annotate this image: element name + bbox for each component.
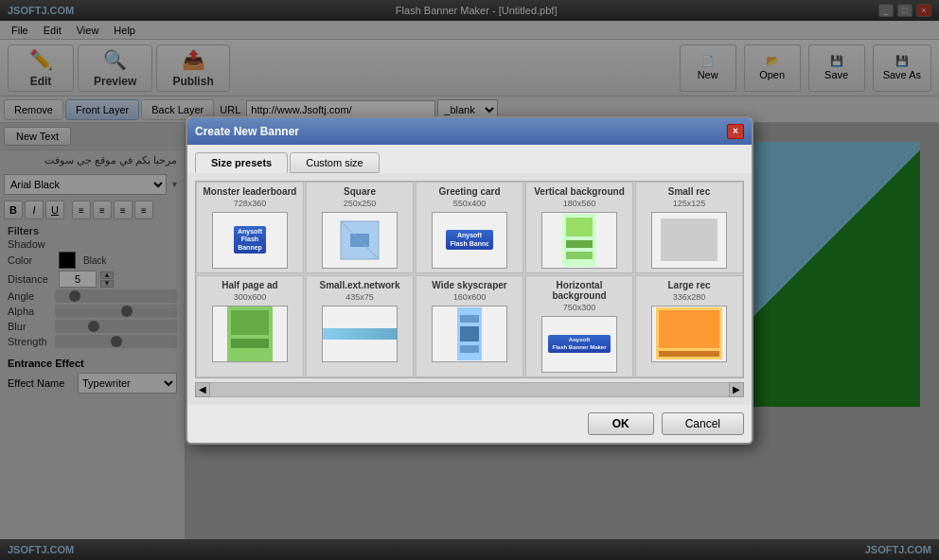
presets-grid: Monster leaderboard728x360AnysoftFlashBa…: [195, 181, 744, 378]
preset-name: Small.ext.network: [310, 280, 409, 290]
preset-item[interactable]: Small rec125x125: [635, 182, 743, 273]
preset-name: Small rec: [640, 186, 738, 197]
modal-content: Monster leaderboard728x360AnysoftFlashBa…: [187, 173, 752, 405]
create-banner-modal: Create New Banner × Size presets Custom …: [186, 116, 753, 445]
preset-thumb: [212, 306, 288, 362]
preset-thumb: [651, 306, 727, 362]
preset-item[interactable]: Monster leaderboard728x360AnysoftFlashBa…: [196, 182, 304, 273]
modal-tabs: Size presets Custom size: [187, 145, 752, 173]
preset-name: Vertical background: [530, 186, 629, 197]
preset-item[interactable]: Square250x250: [306, 182, 414, 273]
preset-dim: 336x280: [673, 292, 706, 302]
preset-dim: 728x360: [234, 199, 267, 208]
preset-dim: 750x300: [563, 303, 596, 312]
svg-rect-8: [231, 310, 269, 335]
preset-thumb: [322, 306, 398, 362]
preset-item[interactable]: Greeting card550x400AnysoftFlash Bannε: [416, 182, 523, 273]
preset-dim: 180x560: [563, 199, 596, 208]
modal-footer: OK Cancel: [187, 405, 752, 443]
scrollbar: ◀ ▶: [195, 382, 744, 397]
preset-item[interactable]: Vertical background180x560: [525, 182, 633, 273]
preset-thumb: AnysoftFlash Bannε: [432, 212, 507, 269]
modal-close-button[interactable]: ×: [727, 124, 744, 139]
preset-thumb: [322, 212, 398, 269]
preset-thumb: AnysoftFlashBannep: [212, 212, 288, 269]
preset-name: Wide skyscraper: [420, 280, 519, 290]
preset-dim: 550x400: [453, 199, 487, 208]
svg-rect-11: [460, 315, 479, 323]
preset-name: Monster leaderboard: [201, 186, 299, 197]
svg-rect-13: [460, 345, 479, 353]
preset-item[interactable]: Small.ext.network435x75: [306, 275, 414, 377]
preset-name: Large rec: [640, 280, 738, 290]
preset-name: Horizontal background: [530, 280, 629, 301]
svg-rect-6: [566, 252, 593, 259]
preset-thumb: AnysoftFlash Banner Maker: [541, 316, 617, 373]
preset-item[interactable]: Half page ad300x600: [196, 275, 304, 377]
preset-thumb: [651, 212, 727, 269]
cancel-button[interactable]: Cancel: [662, 412, 744, 435]
preset-name: Square: [310, 186, 409, 197]
modal-title: Create New Banner: [195, 125, 299, 138]
scroll-left-button[interactable]: ◀: [195, 382, 210, 397]
preset-dim: 435x75: [345, 292, 374, 302]
preset-dim: 160x600: [453, 292, 487, 302]
scroll-right-button[interactable]: ▶: [729, 382, 744, 397]
scroll-track[interactable]: [210, 383, 729, 396]
tab-size-presets[interactable]: Size presets: [195, 152, 288, 173]
ok-button[interactable]: OK: [588, 412, 654, 435]
modal-title-bar: Create New Banner ×: [187, 118, 752, 145]
svg-rect-5: [566, 240, 593, 248]
preset-dim: 250x250: [344, 199, 377, 208]
tab-custom-size[interactable]: Custom size: [290, 152, 380, 173]
preset-thumb: [541, 212, 617, 269]
preset-name: Half page ad: [201, 280, 299, 290]
preset-thumb: [432, 306, 507, 362]
svg-rect-16: [659, 351, 719, 357]
preset-dim: 125x125: [673, 199, 706, 208]
preset-dim: 300x600: [234, 292, 267, 302]
preset-item[interactable]: Wide skyscraper160x600: [416, 275, 523, 377]
svg-rect-15: [659, 310, 719, 348]
svg-rect-12: [460, 326, 479, 341]
preset-name: Greeting card: [420, 186, 519, 197]
modal-overlay: Create New Banner × Size presets Custom …: [0, 0, 939, 560]
svg-rect-4: [566, 218, 593, 236]
preset-item[interactable]: Large rec336x280: [635, 275, 743, 377]
preset-item[interactable]: Horizontal background750x300AnysoftFlash…: [525, 275, 633, 377]
svg-rect-9: [231, 339, 269, 348]
